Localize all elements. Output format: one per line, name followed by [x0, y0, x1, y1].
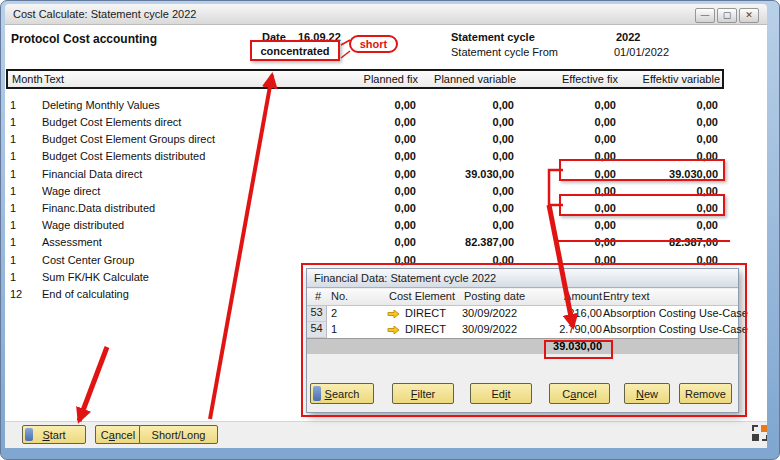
- short-long-button[interactable]: Short/Long: [139, 425, 218, 444]
- protocol-table-header: Month Text Planned fix Planned variable …: [6, 69, 724, 89]
- start-button[interactable]: Start: [22, 425, 86, 444]
- table-row[interactable]: 1Wage distributed0,000,000,000,00: [6, 216, 724, 233]
- table-row[interactable]: 1Budget Cost Element Groups direct0,000,…: [6, 130, 724, 147]
- statement-cycle-value: 2022: [616, 31, 640, 43]
- protocol-heading: Protocol Cost accounting: [11, 32, 157, 46]
- col-planned-variable: Planned variable: [418, 73, 516, 85]
- mode-value: concentrated: [260, 45, 329, 57]
- resize-grip-icon[interactable]: [751, 424, 767, 442]
- annotation-box-financ-data-distributed: [559, 194, 725, 216]
- close-icon[interactable]: ✕: [739, 8, 759, 23]
- annotation-box-total: [544, 340, 613, 359]
- col-effektiv-variable: Effektiv variable: [618, 73, 720, 85]
- short-callout: short: [349, 35, 398, 53]
- annotation-box-financial-data-direct: [559, 159, 725, 181]
- cancel-button[interactable]: Cancel: [95, 425, 141, 444]
- cost-calculate-window: Cost Calculate: Statement cycle 2022 — ▢…: [0, 0, 780, 460]
- col-planned-fix: Planned fix: [320, 73, 418, 85]
- maximize-icon[interactable]: ▢: [717, 8, 737, 23]
- focus-fragment: [25, 428, 33, 441]
- table-row[interactable]: 1Deleting Monthly Values0,000,000,000,00: [6, 96, 724, 113]
- col-month: Month: [12, 73, 44, 85]
- statement-cycle-label: Statement cycle: [451, 31, 535, 43]
- window-title: Cost Calculate: Statement cycle 2022: [13, 8, 196, 20]
- annotation-border-financial-window: [301, 263, 747, 417]
- titlebar[interactable]: Cost Calculate: Statement cycle 2022 — ▢…: [5, 4, 767, 25]
- col-effective-fix: Effective fix: [516, 73, 618, 85]
- statement-cycle-from-label: Statement cycle From: [451, 46, 558, 58]
- statement-cycle-from-value: 01/01/2022: [614, 46, 669, 58]
- table-row[interactable]: 1Budget Cost Elements direct0,000,000,00…: [6, 113, 724, 130]
- window-controls: — ▢ ✕: [695, 8, 759, 23]
- table-row-assessment[interactable]: 1Assessment0,0082.387,000,0082.387,00: [6, 233, 724, 250]
- col-text: Text: [44, 73, 320, 85]
- concentrated-mode-annotation-box: concentrated: [250, 40, 340, 61]
- minimize-icon[interactable]: —: [695, 8, 715, 23]
